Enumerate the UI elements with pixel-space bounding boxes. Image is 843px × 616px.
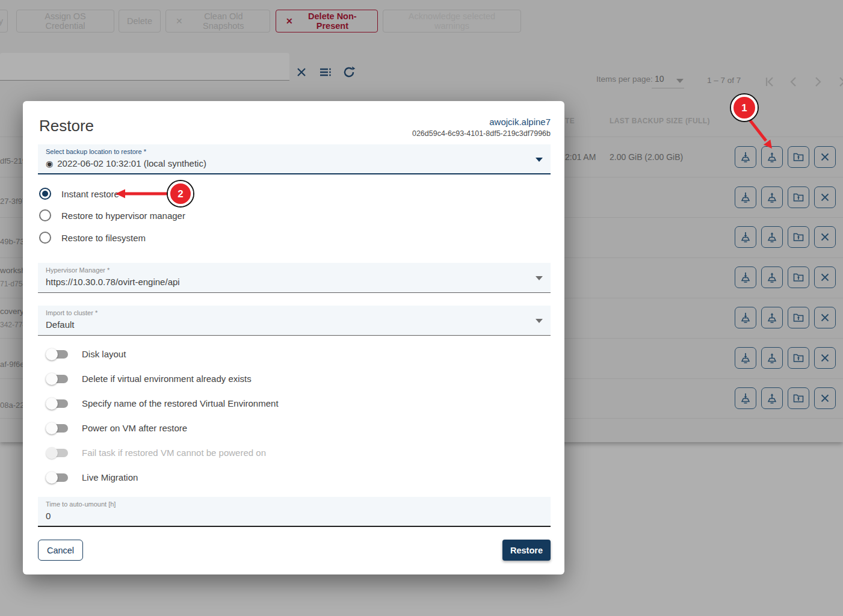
items-per-page-select[interactable]: 10 [655,74,664,84]
row-left-fragment: worksh [0,266,26,275]
backup-button[interactable] [735,307,756,328]
backup-location-value: 2022-06-02 10:32:01 (local synthetic) [57,158,206,168]
backup-button[interactable] [735,347,756,369]
first-page-button[interactable] [762,74,777,90]
toggle-delete-if-exists[interactable]: Delete if virtual environment already ex… [47,374,252,384]
restore-button[interactable] [761,266,783,288]
field-underline [38,173,551,174]
delete-row-button[interactable] [814,347,836,369]
restore-button[interactable] [761,307,783,328]
partial-left-button[interactable]: y [0,10,8,32]
radio-instant-restore-label: Instant restore [61,189,119,199]
toggle-live-migration-label: Live Migration [82,472,138,482]
restore-button[interactable] [761,387,783,409]
backup-button[interactable] [735,186,756,208]
toggle-power-on-vm-label: Power on VM after restore [82,423,187,433]
mount-button[interactable] [788,146,809,168]
previous-page-button[interactable] [786,74,801,90]
radio-restore-to-hypervisor[interactable]: Restore to hypervisor manager [39,209,185,221]
field-underline [38,335,551,336]
radio-off-icon[interactable] [39,209,51,221]
hypervisor-manager-select[interactable]: Hypervisor Manager * https://10.30.0.78/… [38,263,551,293]
auto-umount-input[interactable]: Time to auto-umount [h] 0 [38,497,551,527]
hypervisor-manager-label: Hypervisor Manager * [46,266,110,274]
restore-submit-button[interactable]: Restore [502,540,551,561]
toggle-live-migration[interactable]: Live Migration [47,472,138,482]
restore-button[interactable] [761,347,783,369]
backup-button[interactable] [735,266,756,288]
radio-restore-to-hypervisor-label: Restore to hypervisor manager [61,211,185,221]
toggle-off-icon[interactable] [47,399,68,408]
radio-restore-to-filesystem-label: Restore to filesystem [61,233,146,243]
page-range-label: 1 – 7 of 7 [707,76,741,85]
column-header-date-fragment: TE [565,117,575,125]
delete-row-button[interactable] [814,146,836,168]
toggle-specify-name-label: Specify name of the restored Virtual Env… [82,398,279,408]
vm-uuid: 026d59c4-6c93-4101-8df5-219c3df7996b [412,129,551,138]
backup-button[interactable] [735,387,756,409]
radio-instant-restore[interactable]: Instant restore [39,188,119,200]
restore-button[interactable] [761,226,783,248]
restore-button[interactable] [761,186,783,208]
delete-row-button[interactable] [814,266,836,288]
mount-button[interactable] [788,347,809,369]
cancel-button[interactable]: Cancel [38,540,83,561]
radio-selected-icon: ◉ [46,159,53,168]
partial-left-button-label: y [0,16,3,26]
backup-location-label: Select backup location to restore * [46,148,146,155]
mount-button[interactable] [788,226,809,248]
page: y Assign OS Credential Delete ✕Clean Old… [0,0,843,616]
import-to-cluster-value: Default [46,319,75,330]
refresh-icon[interactable] [341,64,357,80]
delete-row-button[interactable] [814,186,836,208]
backup-button[interactable] [735,226,756,248]
delete-row-button[interactable] [814,387,836,409]
delete-non-present-button[interactable]: ✕Delete Non-Present [276,10,378,32]
toggle-off-icon[interactable] [47,424,68,433]
auto-umount-label: Time to auto-umount [h] [46,500,116,508]
backup-location-select[interactable]: Select backup location to restore * ◉ 20… [38,144,551,174]
mount-button[interactable] [788,266,809,288]
acknowledge-warnings-button[interactable]: Acknowledge selected warnings [383,10,521,32]
toggle-specify-name[interactable]: Specify name of the restored Virtual Env… [47,398,279,408]
assign-os-credential-button[interactable]: Assign OS Credential [16,10,114,32]
chevron-down-icon[interactable] [536,276,543,280]
radio-on-icon[interactable] [39,188,51,200]
row-size-cell: 2.00 GiB (2.00 GiB) [610,152,683,162]
clear-search-icon[interactable] [294,64,309,80]
toggle-off-icon[interactable] [47,473,68,482]
items-per-page-caret-icon[interactable] [676,79,684,83]
next-page-button[interactable] [810,74,826,90]
last-page-button[interactable] [834,74,843,90]
x-icon: ✕ [176,16,183,26]
search-input[interactable] [0,53,289,81]
radio-off-icon[interactable] [39,232,51,244]
toggle-fail-task: Fail task if restored VM cannot be power… [47,448,266,458]
vm-name: awojcik.alpine7 [489,117,551,127]
row-left-fragment: covery [0,307,24,316]
mount-button[interactable] [788,186,809,208]
toggle-fail-task-label: Fail task if restored VM cannot be power… [82,448,266,458]
radio-restore-to-filesystem[interactable]: Restore to filesystem [39,232,146,244]
toggle-off-icon[interactable] [47,375,68,383]
delete-button[interactable]: Delete [119,10,161,32]
items-per-page-label: Items per page: [596,75,653,84]
chevron-down-icon[interactable] [536,158,543,162]
mount-button[interactable] [788,387,809,409]
backup-button[interactable] [735,146,756,168]
chevron-down-icon[interactable] [536,319,543,323]
filter-list-icon[interactable] [317,64,333,80]
clean-old-snapshots-label: Clean Old Snapshots [187,11,260,31]
delete-row-button[interactable] [814,307,836,328]
mount-button[interactable] [788,307,809,328]
toggle-power-on-vm[interactable]: Power on VM after restore [47,423,187,433]
delete-row-button[interactable] [814,226,836,248]
toggle-disk-layout[interactable]: Disk layout [47,349,126,359]
import-to-cluster-select[interactable]: Import to cluster * Default [38,306,551,336]
toggle-off-icon[interactable] [47,350,68,359]
items-per-page-underline [652,88,684,88]
restore-button[interactable] [761,146,783,168]
acknowledge-warnings-label: Acknowledge selected warnings [393,11,511,31]
clean-old-snapshots-button[interactable]: ✕Clean Old Snapshots [165,10,270,32]
field-underline [38,526,551,527]
